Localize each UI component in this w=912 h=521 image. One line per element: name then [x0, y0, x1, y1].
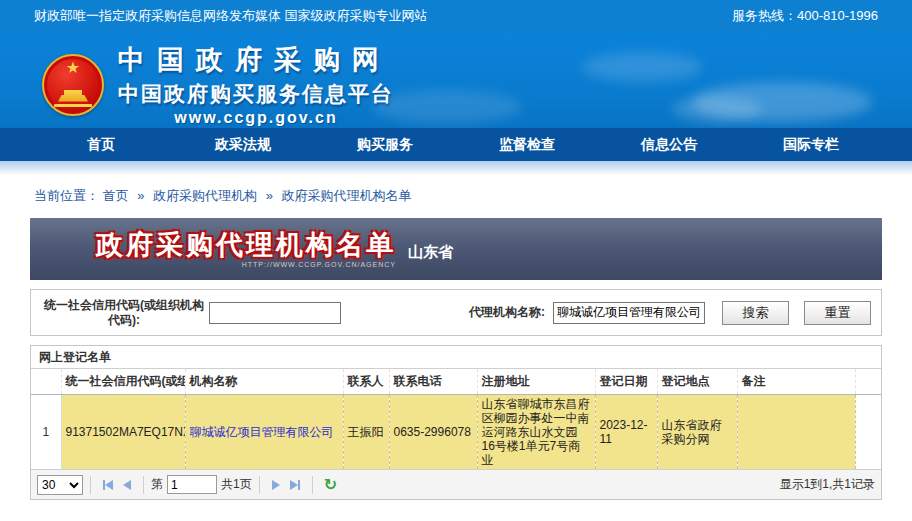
nav-item-supervision[interactable]: 监督检查 [456, 128, 598, 161]
nav-item-home[interactable]: 首页 [30, 128, 172, 161]
results-panel: 网上登记名单 统一社会信用代码(或组织 机构名称 联系人 联系电话 注册地址 登… [30, 345, 882, 500]
banner-title: 政府采购代理机构名单 [96, 231, 396, 259]
site-title: 中国政府采购网 [118, 42, 394, 78]
last-page-icon[interactable] [290, 480, 300, 490]
table-header-row: 统一社会信用代码(或组织 机构名称 联系人 联系电话 注册地址 登记日期 登记地… [31, 369, 881, 395]
breadcrumb-separator: » [137, 188, 144, 203]
top-bar: 财政部唯一指定政府采购信息网络发布媒体 国家级政府采购专业网站 服务热线：400… [0, 0, 912, 32]
search-panel: 统一社会信用代码(或组织机构代码): 代理机构名称: 搜索 重置 [30, 289, 882, 336]
col-header-address: 注册地址 [477, 369, 595, 395]
breadcrumb: 当前位置： 首页 » 政府采购代理机构 » 政府采购代理机构名单 [34, 187, 912, 205]
cell-contact: 王振阳 [343, 395, 389, 470]
national-emblem-icon: ★ [42, 54, 104, 116]
site-url: www.ccgp.gov.cn [118, 109, 394, 127]
main-nav: 首页 政采法规 购买服务 监督检查 信息公告 国际专栏 [0, 128, 912, 161]
cell-row-index: 1 [31, 395, 61, 470]
col-header-contact: 联系人 [343, 369, 389, 395]
cell-phone: 0635-2996078 [389, 395, 477, 470]
section-title: 网上登记名单 [31, 346, 881, 368]
cell-address: 山东省聊城市东昌府区柳园办事处一中南运河路东山水文园16号楼1单元7号商业 [477, 395, 595, 470]
search-button[interactable]: 搜索 [722, 301, 789, 325]
refresh-icon[interactable]: ↻ [324, 477, 337, 493]
site-header: ★ 中国政府采购网 中国政府购买服务信息平台 www.ccgp.gov.cn [0, 32, 912, 128]
prev-page-icon[interactable] [123, 480, 131, 490]
cloud-decoration [672, 96, 762, 122]
page-total-label: 共1页 [221, 476, 252, 493]
banner-url: HTTP://WWW.CCGP.GOV.CN/AGENCY [242, 261, 396, 268]
nav-item-international[interactable]: 国际专栏 [740, 128, 882, 161]
breadcrumb-current: 政府采购代理机构名单 [282, 188, 412, 203]
first-page-icon[interactable] [103, 480, 113, 490]
reset-button[interactable]: 重置 [804, 301, 871, 325]
agency-name-link[interactable]: 聊城诚亿项目管理有限公司 [190, 425, 334, 439]
page-number-input[interactable] [167, 475, 217, 494]
col-header-date: 登记日期 [595, 369, 657, 395]
page-prefix-label: 第 [151, 476, 163, 493]
credit-code-input[interactable] [209, 302, 341, 324]
cell-credit-code: 91371502MA7EQ17NXK [61, 395, 185, 470]
breadcrumb-label: 当前位置： [34, 188, 99, 203]
site-brand[interactable]: ★ 中国政府采购网 中国政府购买服务信息平台 www.ccgp.gov.cn [42, 42, 394, 127]
nav-item-purchase-service[interactable]: 购买服务 [314, 128, 456, 161]
cell-date: 2023-12-11 [595, 395, 657, 470]
cell-remark [737, 395, 855, 470]
table-row: 1 91371502MA7EQ17NXK 聊城诚亿项目管理有限公司 王振阳 06… [31, 395, 881, 470]
cloud-decoration [582, 52, 702, 82]
nav-item-regulations[interactable]: 政采法规 [172, 128, 314, 161]
col-header-location: 登记地点 [657, 369, 737, 395]
col-header-agency-name: 机构名称 [185, 369, 343, 395]
nav-fade-strip [0, 161, 912, 175]
top-bar-slogan: 财政部唯一指定政府采购信息网络发布媒体 国家级政府采购专业网站 [34, 7, 428, 25]
next-page-icon[interactable] [272, 480, 280, 490]
credit-code-label: 统一社会信用代码(或组织机构代码): [41, 298, 207, 328]
pagination-bar: 30 第 共1页 ↻ 显示1到1,共1记录 [31, 470, 881, 499]
service-hotline: 服务热线：400-810-1996 [732, 7, 878, 25]
page-banner: 政府采购代理机构名单 HTTP://WWW.CCGP.GOV.CN/AGENCY… [30, 218, 882, 280]
banner-province: 山东省 [408, 243, 453, 262]
site-subtitle: 中国政府购买服务信息平台 [118, 80, 394, 108]
breadcrumb-agency-link[interactable]: 政府采购代理机构 [153, 188, 257, 203]
agency-name-label: 代理机构名称: [469, 304, 545, 321]
col-header-index [31, 369, 61, 395]
main-content: 政府采购代理机构名单 HTTP://WWW.CCGP.GOV.CN/AGENCY… [30, 218, 882, 500]
record-summary: 显示1到1,共1记录 [780, 476, 875, 493]
cell-agency-name: 聊城诚亿项目管理有限公司 [185, 395, 343, 470]
col-header-phone: 联系电话 [389, 369, 477, 395]
agency-table: 统一社会信用代码(或组织 机构名称 联系人 联系电话 注册地址 登记日期 登记地… [31, 368, 881, 470]
breadcrumb-home-link[interactable]: 首页 [103, 188, 129, 203]
cloud-decoration [372, 90, 522, 124]
cell-filler [855, 395, 881, 470]
col-header-remark: 备注 [737, 369, 855, 395]
page-size-select[interactable]: 30 [37, 475, 83, 495]
breadcrumb-separator: » [266, 188, 273, 203]
cell-location: 山东省政府采购分网 [657, 395, 737, 470]
col-header-filler [855, 369, 881, 395]
nav-item-announcements[interactable]: 信息公告 [598, 128, 740, 161]
col-header-credit-code: 统一社会信用代码(或组织 [61, 369, 185, 395]
agency-name-input[interactable] [553, 302, 705, 324]
